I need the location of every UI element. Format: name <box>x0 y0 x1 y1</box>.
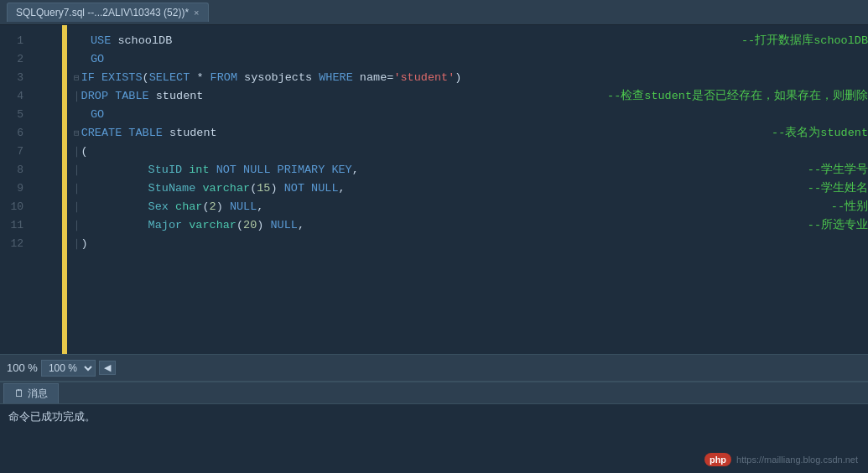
code-line-11: │ Major varchar ( 20 ) NULL , --所选专业 <box>74 216 868 235</box>
message-tabs-bar: 🗒 消息 <box>0 382 868 404</box>
tab-close-button[interactable]: × <box>194 8 199 18</box>
code-editor[interactable]: USE schoolDB --打开数据库schoolDB GO ⊟ IF EXI… <box>67 25 868 354</box>
comment-drop: --检查student是否已经存在，如果存在，则删除 <box>607 87 868 106</box>
code-line-3: ⊟ IF EXISTS ( SELECT * FROM sysobjects W… <box>74 69 868 87</box>
code-line-empty <box>74 253 868 272</box>
code-line-4: │ DROP TABLE student --检查student是否已经存在，如… <box>74 87 868 106</box>
line-numbers: 1 2 3 4 5 6 7 8 9 10 11 12 <box>0 25 29 354</box>
editor-tab[interactable]: SQLQuery7.sql --...2ALIV\10343 (52))* × <box>7 3 209 22</box>
watermark: php https://mailliang.blog.csdn.net <box>704 453 858 466</box>
message-text: 命令已成功完成。 <box>8 410 96 423</box>
zoom-control: 100 % 100 % 75 % 125 % 150 % ◀ <box>7 360 116 377</box>
comment-use: --打开数据库schoolDB <box>741 32 868 50</box>
message-panel: 🗒 消息 命令已成功完成。 php https://mailliang.blog… <box>0 381 868 473</box>
messages-tab-label: 消息 <box>28 387 48 401</box>
code-line-5: GO <box>74 106 868 124</box>
code-line-empty2 <box>74 272 868 290</box>
messages-tab[interactable]: 🗒 消息 <box>3 383 59 403</box>
zoom-dropdown[interactable]: 100 % 75 % 125 % 150 % <box>41 360 96 377</box>
scroll-left-button[interactable]: ◀ <box>99 361 116 375</box>
watermark-url: https://mailliang.blog.csdn.net <box>736 455 858 465</box>
comment-major: --所选专业 <box>808 216 868 235</box>
php-badge: php <box>704 453 731 466</box>
code-line-2: GO <box>74 50 868 69</box>
comment-stuid: --学生学号 <box>808 161 868 179</box>
tab-label: SQLQuery7.sql --...2ALIV\10343 (52))* <box>16 7 189 18</box>
comment-create: --表名为student <box>772 124 868 143</box>
code-line-9: │ StuName varchar ( 15 ) NOT NULL , --学生… <box>74 179 868 198</box>
code-line-7: │ ( <box>74 143 868 161</box>
code-line-empty3 <box>74 290 868 309</box>
code-line-6: ⊟ CREATE TABLE student --表名为student <box>74 124 868 143</box>
comment-sex: --性别 <box>831 198 868 216</box>
code-line-10: │ Sex char ( 2 ) NULL , --性别 <box>74 198 868 216</box>
editor-area: 1 2 3 4 5 6 7 8 9 10 11 12 USE schoolDB … <box>0 25 868 354</box>
code-line-1: USE schoolDB --打开数据库schoolDB <box>74 32 868 50</box>
status-bar: 100 % 100 % 75 % 125 % 150 % ◀ <box>0 354 868 381</box>
comment-stuname: --学生姓名 <box>808 179 868 198</box>
code-line-12: │ ) <box>74 235 868 253</box>
code-line-8: │ StuID int NOT NULL PRIMARY KEY , --学生学… <box>74 161 868 179</box>
message-icon: 🗒 <box>14 387 24 399</box>
title-bar: SQLQuery7.sql --...2ALIV\10343 (52))* × <box>0 0 868 25</box>
zoom-value: 100 % <box>7 361 38 374</box>
